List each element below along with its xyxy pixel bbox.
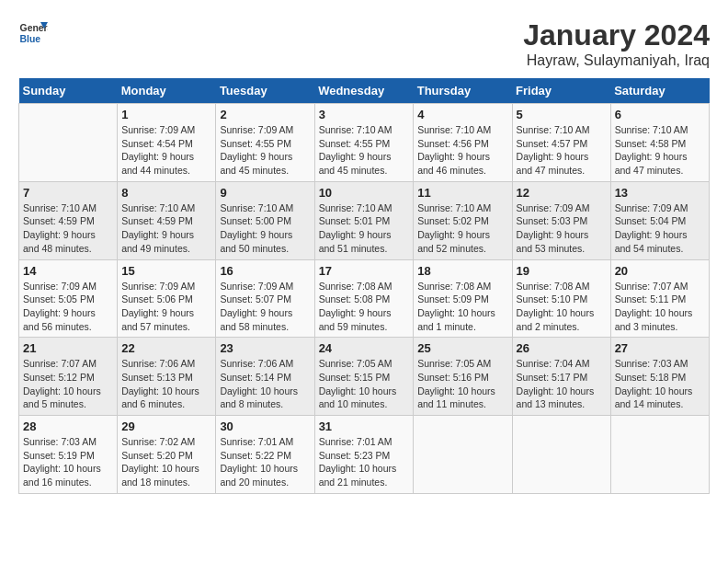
day-number: 16 bbox=[220, 264, 310, 278]
logo-icon: General Blue bbox=[18, 18, 48, 48]
day-number: 20 bbox=[615, 264, 705, 278]
table-row: 22Sunrise: 7:06 AMSunset: 5:13 PMDayligh… bbox=[118, 338, 216, 416]
day-info: Sunrise: 7:05 AMSunset: 5:15 PMDaylight:… bbox=[319, 357, 410, 411]
day-info: Sunrise: 7:06 AMSunset: 5:14 PMDaylight:… bbox=[220, 357, 310, 411]
day-info: Sunrise: 7:09 AMSunset: 5:05 PMDaylight:… bbox=[23, 280, 113, 334]
header-tuesday: Tuesday bbox=[216, 78, 314, 104]
day-info: Sunrise: 7:10 AMSunset: 4:58 PMDaylight:… bbox=[615, 123, 705, 178]
day-number: 6 bbox=[615, 108, 705, 121]
day-number: 27 bbox=[615, 341, 705, 355]
header-wednesday: Wednesday bbox=[314, 78, 414, 104]
calendar-week-row: 14Sunrise: 7:09 AMSunset: 5:05 PMDayligh… bbox=[19, 259, 710, 338]
svg-text:Blue: Blue bbox=[20, 34, 41, 44]
day-number: 31 bbox=[319, 419, 410, 433]
day-info: Sunrise: 7:10 AMSunset: 5:01 PMDaylight:… bbox=[319, 201, 410, 256]
calendar-week-row: 7Sunrise: 7:10 AMSunset: 4:59 PMDaylight… bbox=[19, 181, 710, 259]
day-info: Sunrise: 7:03 AMSunset: 5:18 PMDaylight:… bbox=[615, 357, 705, 411]
day-number: 13 bbox=[615, 186, 705, 200]
table-row: 23Sunrise: 7:06 AMSunset: 5:14 PMDayligh… bbox=[216, 338, 314, 416]
day-info: Sunrise: 7:09 AMSunset: 5:04 PMDaylight:… bbox=[615, 201, 705, 256]
day-info: Sunrise: 7:01 AMSunset: 5:23 PMDaylight:… bbox=[319, 435, 410, 489]
table-row: 13Sunrise: 7:09 AMSunset: 5:04 PMDayligh… bbox=[610, 181, 709, 259]
table-row: 28Sunrise: 7:03 AMSunset: 5:19 PMDayligh… bbox=[19, 416, 118, 494]
table-row: 8Sunrise: 7:10 AMSunset: 4:59 PMDaylight… bbox=[118, 181, 216, 259]
day-number: 22 bbox=[121, 341, 211, 355]
day-number: 23 bbox=[220, 341, 310, 355]
table-row: 14Sunrise: 7:09 AMSunset: 5:05 PMDayligh… bbox=[19, 259, 118, 338]
day-info: Sunrise: 7:10 AMSunset: 4:57 PMDaylight:… bbox=[517, 123, 607, 178]
header-friday: Friday bbox=[512, 78, 610, 104]
day-number: 25 bbox=[417, 341, 507, 355]
day-info: Sunrise: 7:02 AMSunset: 5:20 PMDaylight:… bbox=[121, 435, 211, 489]
day-number: 9 bbox=[220, 186, 310, 200]
table-row: 6Sunrise: 7:10 AMSunset: 4:58 PMDaylight… bbox=[610, 104, 709, 182]
day-info: Sunrise: 7:09 AMSunset: 5:03 PMDaylight:… bbox=[517, 201, 607, 256]
table-row: 1Sunrise: 7:09 AMSunset: 4:54 PMDaylight… bbox=[118, 104, 216, 182]
day-info: Sunrise: 7:09 AMSunset: 5:07 PMDaylight:… bbox=[220, 280, 310, 334]
calendar-table: Sunday Monday Tuesday Wednesday Thursday… bbox=[18, 78, 710, 494]
table-row: 19Sunrise: 7:08 AMSunset: 5:10 PMDayligh… bbox=[512, 259, 610, 338]
day-number: 3 bbox=[319, 108, 410, 121]
table-row: 16Sunrise: 7:09 AMSunset: 5:07 PMDayligh… bbox=[216, 259, 314, 338]
day-number: 2 bbox=[220, 108, 310, 121]
day-number: 12 bbox=[517, 186, 607, 200]
table-row: 9Sunrise: 7:10 AMSunset: 5:00 PMDaylight… bbox=[216, 181, 314, 259]
day-number: 18 bbox=[417, 264, 507, 278]
table-row bbox=[610, 416, 709, 494]
table-row: 2Sunrise: 7:09 AMSunset: 4:55 PMDaylight… bbox=[216, 104, 314, 182]
day-number: 1 bbox=[121, 108, 211, 121]
table-row: 15Sunrise: 7:09 AMSunset: 5:06 PMDayligh… bbox=[118, 259, 216, 338]
table-row: 10Sunrise: 7:10 AMSunset: 5:01 PMDayligh… bbox=[314, 181, 414, 259]
page-header: General Blue January 2024 Hayraw, Sulaym… bbox=[18, 18, 710, 69]
day-info: Sunrise: 7:10 AMSunset: 4:59 PMDaylight:… bbox=[23, 201, 113, 256]
calendar-week-row: 21Sunrise: 7:07 AMSunset: 5:12 PMDayligh… bbox=[19, 338, 710, 416]
day-number: 26 bbox=[517, 341, 607, 355]
day-number: 15 bbox=[121, 264, 211, 278]
day-info: Sunrise: 7:10 AMSunset: 4:56 PMDaylight:… bbox=[417, 123, 507, 178]
logo: General Blue bbox=[18, 18, 48, 48]
calendar-week-row: 1Sunrise: 7:09 AMSunset: 4:54 PMDaylight… bbox=[19, 104, 710, 182]
page-title: January 2024 bbox=[523, 18, 710, 52]
day-number: 7 bbox=[23, 186, 113, 200]
day-number: 29 bbox=[121, 419, 211, 433]
day-info: Sunrise: 7:10 AMSunset: 5:02 PMDaylight:… bbox=[417, 201, 507, 256]
day-number: 17 bbox=[319, 264, 410, 278]
table-row: 30Sunrise: 7:01 AMSunset: 5:22 PMDayligh… bbox=[216, 416, 314, 494]
table-row: 7Sunrise: 7:10 AMSunset: 4:59 PMDaylight… bbox=[19, 181, 118, 259]
header-saturday: Saturday bbox=[610, 78, 709, 104]
table-row: 25Sunrise: 7:05 AMSunset: 5:16 PMDayligh… bbox=[414, 338, 512, 416]
calendar-week-row: 28Sunrise: 7:03 AMSunset: 5:19 PMDayligh… bbox=[19, 416, 710, 494]
table-row: 20Sunrise: 7:07 AMSunset: 5:11 PMDayligh… bbox=[610, 259, 709, 338]
table-row: 11Sunrise: 7:10 AMSunset: 5:02 PMDayligh… bbox=[414, 181, 512, 259]
day-number: 11 bbox=[417, 186, 507, 200]
day-info: Sunrise: 7:05 AMSunset: 5:16 PMDaylight:… bbox=[417, 357, 507, 411]
day-info: Sunrise: 7:08 AMSunset: 5:09 PMDaylight:… bbox=[417, 280, 507, 334]
day-number: 5 bbox=[517, 108, 607, 121]
day-info: Sunrise: 7:09 AMSunset: 5:06 PMDaylight:… bbox=[121, 280, 211, 334]
table-row: 12Sunrise: 7:09 AMSunset: 5:03 PMDayligh… bbox=[512, 181, 610, 259]
day-info: Sunrise: 7:03 AMSunset: 5:19 PMDaylight:… bbox=[23, 435, 113, 489]
title-area: January 2024 Hayraw, Sulaymaniyah, Iraq bbox=[523, 18, 710, 69]
day-number: 30 bbox=[220, 419, 310, 433]
table-row: 31Sunrise: 7:01 AMSunset: 5:23 PMDayligh… bbox=[314, 416, 414, 494]
table-row: 29Sunrise: 7:02 AMSunset: 5:20 PMDayligh… bbox=[118, 416, 216, 494]
table-row: 27Sunrise: 7:03 AMSunset: 5:18 PMDayligh… bbox=[610, 338, 709, 416]
table-row: 3Sunrise: 7:10 AMSunset: 4:55 PMDaylight… bbox=[314, 104, 414, 182]
day-number: 24 bbox=[319, 341, 410, 355]
header-monday: Monday bbox=[118, 78, 216, 104]
table-row: 18Sunrise: 7:08 AMSunset: 5:09 PMDayligh… bbox=[414, 259, 512, 338]
table-row bbox=[414, 416, 512, 494]
day-number: 19 bbox=[517, 264, 607, 278]
calendar-header-row: Sunday Monday Tuesday Wednesday Thursday… bbox=[19, 78, 710, 104]
table-row: 17Sunrise: 7:08 AMSunset: 5:08 PMDayligh… bbox=[314, 259, 414, 338]
header-sunday: Sunday bbox=[19, 78, 118, 104]
day-info: Sunrise: 7:07 AMSunset: 5:12 PMDaylight:… bbox=[23, 357, 113, 411]
table-row: 4Sunrise: 7:10 AMSunset: 4:56 PMDaylight… bbox=[414, 104, 512, 182]
day-info: Sunrise: 7:04 AMSunset: 5:17 PMDaylight:… bbox=[517, 357, 607, 411]
day-number: 10 bbox=[319, 186, 410, 200]
day-info: Sunrise: 7:01 AMSunset: 5:22 PMDaylight:… bbox=[220, 435, 310, 489]
day-number: 4 bbox=[417, 108, 507, 121]
table-row bbox=[19, 104, 118, 182]
table-row: 26Sunrise: 7:04 AMSunset: 5:17 PMDayligh… bbox=[512, 338, 610, 416]
table-row: 5Sunrise: 7:10 AMSunset: 4:57 PMDaylight… bbox=[512, 104, 610, 182]
